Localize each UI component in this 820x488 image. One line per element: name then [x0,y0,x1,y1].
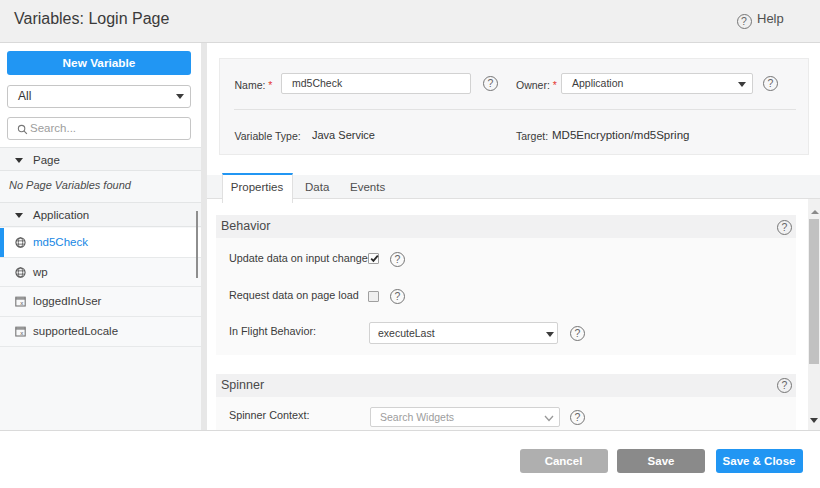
svg-text:x: x [20,330,23,336]
svg-text:x: x [20,300,23,306]
